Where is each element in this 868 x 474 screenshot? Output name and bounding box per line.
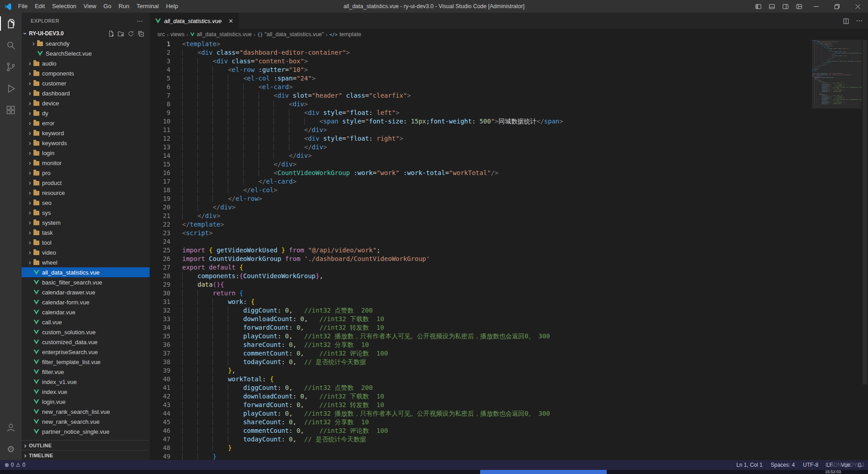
tree-item-components[interactable]: ›components <box>22 68 150 78</box>
breadcrumb-item[interactable]: src <box>157 31 165 38</box>
search-icon[interactable] <box>0 34 22 56</box>
code-line[interactable]: 19 </el-row> <box>150 194 868 203</box>
tree-item-device[interactable]: ›device <box>22 98 150 108</box>
chevron-down-icon[interactable]: › <box>22 30 28 37</box>
tree-item-keywords[interactable]: ›keywords <box>22 138 150 148</box>
scrollbar-thumb[interactable] <box>863 40 867 384</box>
restore-button[interactable] <box>826 0 847 13</box>
code-line[interactable]: 9 <div style="float: left"> <box>150 109 868 117</box>
chevron-right-icon[interactable]: › <box>26 90 33 96</box>
code-line[interactable]: 41 diggCount: 0, //int32 点赞数 200 <box>150 384 868 392</box>
menu-selection[interactable]: Selection <box>48 0 80 13</box>
close-tab-icon[interactable]: ✕ <box>228 18 233 24</box>
code-editor[interactable]: 1<template>2 <div class="dashboard-edito… <box>150 40 868 460</box>
sidebar-panel-timeline[interactable]: ›TIMELINE <box>22 450 150 460</box>
tree-item-filter.vue[interactable]: ›filter.vue <box>22 367 150 377</box>
chevron-right-icon[interactable]: › <box>30 40 37 47</box>
tree-item-index.vue[interactable]: ›index.vue <box>22 387 150 397</box>
code-line[interactable]: 23<script> <box>150 229 868 237</box>
tree-item-all_data_statistics.vue[interactable]: ›all_data_statistics.vue <box>22 267 150 277</box>
chevron-right-icon[interactable]: › <box>26 259 33 265</box>
chevron-right-icon[interactable]: › <box>26 160 33 166</box>
code-line[interactable]: 4 <el-row :gutter="10"> <box>150 66 868 74</box>
tree-item-resource[interactable]: ›resource <box>22 188 150 198</box>
toggle-panel-icon[interactable] <box>765 0 778 13</box>
code-line[interactable]: 11 </div> <box>150 126 868 134</box>
chevron-right-icon[interactable]: › <box>26 190 33 196</box>
chevron-right-icon[interactable]: › <box>26 180 33 186</box>
code-line[interactable]: 34 forwardCount: 0, //int32 转发数 10 <box>150 323 868 332</box>
code-line[interactable]: 32 diggCount: 0, //int32 点赞数 200 <box>150 306 868 315</box>
tree-item-basic_filter_search.vue[interactable]: ›basic_filter_search.vue <box>22 277 150 287</box>
code-line[interactable]: 14 </div> <box>150 152 868 160</box>
code-line[interactable]: 24 <box>150 237 868 246</box>
cursor-position[interactable]: Ln 1, Col 1 <box>736 462 763 468</box>
code-line[interactable]: 16 <CountVideoWorkGroup :work="work" :wo… <box>150 169 868 177</box>
tree-item-SearchSelect.vue[interactable]: ›SearchSelect.vue <box>22 48 150 58</box>
chevron-right-icon[interactable]: › <box>26 150 33 156</box>
tree-item-customized_data.vue[interactable]: ›customized_data.vue <box>22 337 150 347</box>
code-line[interactable]: 15 </div> <box>150 160 868 169</box>
indentation[interactable]: Spaces: 4 <box>771 462 795 468</box>
code-line[interactable]: 5 <el-col :span="24"> <box>150 74 868 83</box>
chevron-right-icon[interactable]: › <box>26 140 33 146</box>
chevron-right-icon[interactable]: › <box>26 209 33 216</box>
menu-run[interactable]: Run <box>115 0 133 13</box>
settings-gear-icon[interactable]: ⚙ <box>0 438 22 460</box>
tree-item-login.vue[interactable]: ›login.vue <box>22 397 150 407</box>
code-line[interactable]: 47 todayCount: 0, // 是否统计今天数据 <box>150 435 868 444</box>
code-line[interactable]: 46 commentCount: 0, //int32 评论数 100 <box>150 427 868 435</box>
chevron-right-icon[interactable]: › <box>26 219 33 226</box>
code-line[interactable]: 31 work: { <box>150 298 868 306</box>
code-line[interactable]: 30 return { <box>150 289 868 298</box>
collapse-folders-icon[interactable] <box>137 29 145 38</box>
code-line[interactable]: 3 <div class="content-box"> <box>150 57 868 66</box>
code-line[interactable]: 1<template> <box>150 40 868 48</box>
minimap[interactable]: <template> <div class="dashboard-editor-… <box>812 40 862 460</box>
menu-edit[interactable]: Edit <box>31 0 48 13</box>
tree-item-tool[interactable]: ›tool <box>22 237 150 247</box>
tree-item-custom_solution.vue[interactable]: ›custom_solution.vue <box>22 327 150 337</box>
code-line[interactable]: 39 }, <box>150 366 868 375</box>
code-line[interactable]: 27export default { <box>150 263 868 272</box>
tree-item-wheel[interactable]: ›wheel <box>22 257 150 267</box>
tree-item-dy[interactable]: ›dy <box>22 108 150 118</box>
minimize-button[interactable] <box>806 0 826 13</box>
tree-item-audio[interactable]: ›audio <box>22 58 150 68</box>
tree-item-sys[interactable]: ›sys <box>22 208 150 218</box>
chevron-right-icon[interactable]: › <box>26 199 33 206</box>
explorer-icon[interactable] <box>0 13 22 34</box>
chevron-right-icon[interactable]: › <box>26 80 33 86</box>
code-line[interactable]: 44 playCount: 0, //int32 播放数，只有作者本人可见。公开… <box>150 409 868 418</box>
tree-item-product[interactable]: ›product <box>22 178 150 188</box>
tree-item-system[interactable]: ›system <box>22 218 150 228</box>
code-line[interactable]: 2 <div class="dashboard-editor-container… <box>150 48 868 57</box>
code-line[interactable]: 10 <span style="font-size: 15px;font-wei… <box>150 117 868 126</box>
toggle-secondary-sidebar-icon[interactable] <box>778 0 792 13</box>
menu-help[interactable]: Help <box>162 0 182 13</box>
code-line[interactable]: 35 playCount: 0, //int32 播放数，只有作者本人可见。公开… <box>150 332 868 341</box>
tree-item-monitor[interactable]: ›monitor <box>22 158 150 168</box>
account-icon[interactable] <box>0 417 22 438</box>
breadcrumb-item[interactable]: </>template <box>330 31 361 38</box>
tree-item-searchdy[interactable]: ›searchdy <box>22 38 150 48</box>
tree-item-new_rank_search_list.vue[interactable]: ›new_rank_search_list.vue <box>22 407 150 417</box>
breadcrumb-item[interactable]: {}"all_data_statistics.vue" <box>257 31 324 38</box>
code-line[interactable]: 7 <div slot="header" class="clearfix"> <box>150 91 868 100</box>
code-line[interactable]: 38 todayCount: 0, // 是否统计今天数据 <box>150 358 868 366</box>
code-line[interactable]: 20 </div> <box>150 203 868 212</box>
tree-item-calendar-drawer.vue[interactable]: ›calendar-drawer.vue <box>22 287 150 297</box>
code-line[interactable]: 37 commentCount: 0, //int32 评论数 100 <box>150 349 868 358</box>
code-line[interactable]: 12 <div style="float: right"> <box>150 134 868 143</box>
close-window-button[interactable] <box>847 0 868 13</box>
code-line[interactable]: 33 downloadCount: 0, //int32 下载数 10 <box>150 315 868 323</box>
tree-item-calendar.vue[interactable]: ›calendar.vue <box>22 307 150 317</box>
chevron-right-icon[interactable]: › <box>26 239 33 246</box>
code-line[interactable]: 28 components:{CountVideoWorkGroup}, <box>150 272 868 280</box>
code-line[interactable]: 8 <div> <box>150 100 868 109</box>
encoding[interactable]: UTF-8 <box>803 462 818 468</box>
chevron-right-icon[interactable]: › <box>26 120 33 126</box>
code-line[interactable]: 42 downloadCount: 0, //int32 下载数 10 <box>150 392 868 401</box>
code-line[interactable]: 43 forwardCount: 0, //int32 转发数 10 <box>150 401 868 409</box>
tree-item-seo[interactable]: ›seo <box>22 198 150 208</box>
